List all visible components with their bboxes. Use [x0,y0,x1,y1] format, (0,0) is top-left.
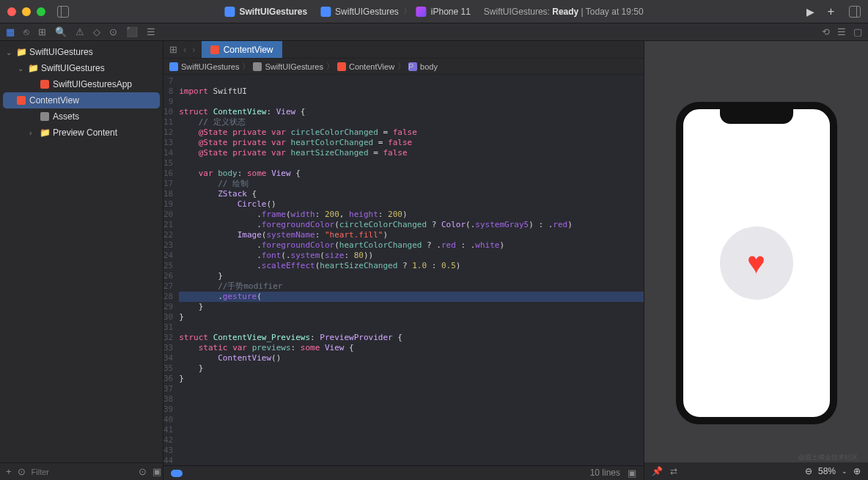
canvas-preview: Preview ◉ ⚙ ⧉ ▭ ⇱ ♥ 📌 ⇄ [644,41,868,480]
jumpbar-symbol[interactable]: body [420,62,438,71]
source-control-icon[interactable]: ⎋ [23,26,29,37]
pin-icon[interactable]: 📌 [652,466,663,476]
debug-toggle-icon[interactable]: ▣ [628,468,636,479]
phone-frame: ♥ [676,102,837,424]
window-controls [7,7,45,16]
scheme-icon [320,7,331,17]
debug-bar: 10 lines ▣ [163,465,644,480]
app-icon [169,62,178,71]
circle-view[interactable]: ♥ [720,226,793,300]
close-icon[interactable] [7,7,16,16]
jumpbar-project[interactable]: SwiftUIGestures [181,62,239,71]
back-icon[interactable]: ‹ [183,44,186,55]
test-navigator-icon[interactable]: ◇ [93,26,100,37]
refresh-icon[interactable]: ⟲ [822,26,830,37]
search-icon[interactable]: 🔍 [55,26,67,37]
device-icon [416,7,427,17]
zoom-out-icon[interactable]: ⊖ [805,466,812,476]
debug-lines: 10 lines [590,468,620,479]
project-navigator: ⌄📁SwiftUIGestures⌄📁SwiftUIGesturesSwiftU… [0,41,163,480]
scm-filter-icon[interactable]: ▣ [152,466,161,477]
issue-navigator-icon[interactable]: ⚠ [76,26,84,37]
heart-icon: ♥ [747,245,765,281]
tab-label: ContentView [224,45,273,55]
status-text: SwiftUIGestures: Ready | Today at 19:50 [484,7,644,17]
adjust-icon[interactable]: ⇄ [670,466,677,476]
scheme-name[interactable]: SwiftUIGestures [335,7,399,17]
app-icon [224,7,235,17]
line-gutter[interactable]: 7891011121314151617181920212223242526272… [163,75,179,465]
watermark: @掘土稀金技术社区 [798,453,858,462]
nav-item-swiftuigesturesapp[interactable]: SwiftUIGesturesApp [0,76,163,92]
nav-item-preview-content[interactable]: ›📁Preview Content [0,125,163,141]
project-title: SwiftUIGestures [239,7,307,17]
swift-icon [210,45,219,54]
code-editor[interactable]: import SwiftUI struct ContentView: View … [179,75,644,465]
project-navigator-icon[interactable]: ▦ [6,26,15,37]
recent-filter-icon[interactable]: ⊙ [139,466,147,477]
zoom-level[interactable]: 58% [818,466,836,476]
forward-icon[interactable]: › [192,44,195,55]
library-toggle-icon[interactable] [849,6,861,18]
run-button[interactable]: ▶ [806,6,814,18]
nav-item-swiftuigestures[interactable]: ⌄📁SwiftUIGestures [0,60,163,76]
minimize-icon[interactable] [22,7,31,16]
related-items-icon[interactable]: ⊞ [169,44,177,55]
editor-options-icon[interactable]: ☰ [837,26,846,37]
nav-item-assets[interactable]: Assets [0,108,163,125]
title-center: SwiftUIGestures SwiftUIGestures 〉 iPhone… [224,5,643,18]
navigator-toolbar: ▦ ⎋ ⊞ 🔍 ⚠ ◇ ⊙ ⬛ ☰ ⟲ ☰ ▢ [0,23,868,41]
jumpbar[interactable]: SwiftUIGestures 〉 SwiftUIGestures 〉 Cont… [163,59,644,75]
filter-input[interactable] [32,468,133,476]
filter-icon[interactable]: ⊙ [18,466,26,477]
swift-icon [337,62,346,71]
property-icon: P [408,62,417,71]
nav-item-swiftuigestures[interactable]: ⌄📁SwiftUIGestures [0,44,163,60]
editor-tabbar: ⊞ ‹ › ContentView [163,41,644,59]
inspector-toggle-icon[interactable]: ▢ [853,26,862,37]
debug-view-icon[interactable] [171,470,183,477]
breakpoint-navigator-icon[interactable]: ⬛ [126,26,138,37]
add-button[interactable]: + [828,5,834,18]
folder-icon [253,62,262,71]
report-navigator-icon[interactable]: ☰ [147,26,155,37]
fullscreen-icon[interactable] [37,7,45,16]
add-file-icon[interactable]: + [6,466,12,477]
debug-navigator-icon[interactable]: ⊙ [109,26,117,37]
jumpbar-folder[interactable]: SwiftUIGestures [265,62,323,71]
jumpbar-file[interactable]: ContentView [349,62,394,71]
titlebar: ▶ SwiftUIGestures SwiftUIGestures 〉 iPho… [0,0,868,23]
device-name[interactable]: iPhone 11 [431,7,471,17]
symbol-navigator-icon[interactable]: ⊞ [38,26,46,37]
nav-item-contentview[interactable]: ContentView [3,92,160,108]
canvas-footer: 📌 ⇄ ⊖ 58% ⌄ ⊕ [644,462,868,480]
zoom-chevron-icon[interactable]: ⌄ [842,468,847,475]
sidebar-toggle-icon[interactable] [57,6,69,18]
tab-contentview[interactable]: ContentView [202,41,282,58]
zoom-in-icon[interactable]: ⊕ [853,466,861,476]
